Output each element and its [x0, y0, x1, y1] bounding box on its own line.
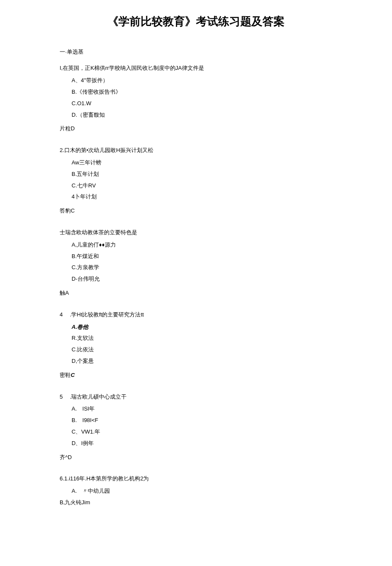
answer-line: 密鞋C	[60, 371, 332, 380]
answer-value: C	[71, 207, 75, 214]
option: D.（密畜馥知	[72, 111, 332, 120]
question-number: 4	[60, 310, 68, 319]
answer-value: C	[71, 372, 75, 378]
question-stem: I,在英国，正K棉供rr学校纳入国民收匕制度中的JA律文件是	[60, 64, 332, 73]
option: 4卜年计划	[72, 192, 332, 201]
option: D-台伟明允	[72, 275, 332, 284]
answer-label: 片粒	[60, 125, 71, 132]
answer-label: 密鞋	[60, 372, 71, 378]
answer-label: 齐^	[60, 454, 68, 460]
option: B. I98I<F	[72, 416, 332, 425]
answer-value: D	[68, 454, 72, 460]
option: C、VW1.年	[72, 428, 332, 437]
answer-value: D	[71, 125, 75, 132]
answer-line: 片粒D	[60, 124, 332, 133]
question-stem: 4 .学Ht比较教ft的主要研究方法tt	[60, 310, 332, 319]
option: A. ISI年	[72, 405, 332, 414]
answer-line: 答豹C	[60, 207, 332, 215]
option: C.比依法	[72, 345, 332, 354]
option: B.午煤近和	[72, 252, 332, 261]
question-stem: 士瑞含欧幼教体茶的立要特色是	[60, 228, 332, 237]
option: A. 〃中幼儿园	[72, 487, 332, 496]
page-title: 《学前比较教育》考试练习题及答案	[60, 13, 332, 31]
question-number: 5	[60, 393, 68, 402]
answer-line: 齐^D	[60, 453, 332, 462]
answer-label: 答豹	[60, 207, 71, 214]
option: B.《传密收扳告书》	[72, 88, 332, 97]
option: B.五年计划	[72, 170, 332, 179]
option: Aw三年计螃	[72, 158, 332, 167]
question-stem: 5 .瑞古欧儿硕中心成立干	[60, 393, 332, 402]
question-stem: 2.口木的第•次幼儿园敢H振兴计划又松	[60, 146, 332, 155]
option: A,儿童的仃♦♦源力	[72, 241, 332, 250]
question-text: .瑞古欧儿硕中心成立干	[70, 394, 127, 400]
section-heading: 一·单选基	[60, 48, 332, 57]
option: D、I例年	[72, 439, 332, 448]
answer-label: 触	[60, 290, 65, 296]
option: A、4"带扳件）	[72, 76, 332, 85]
question-stem: 6.1.i116年.H本第所学的教匕机构2为	[60, 474, 332, 483]
option: D,个案悬	[72, 357, 332, 366]
answer-line: 触A	[60, 289, 332, 298]
option: C.O1.W	[72, 99, 332, 108]
question-text: .学Ht比较教ft的主要研究方法tt	[70, 311, 144, 318]
option: C.七牛RV	[72, 181, 332, 190]
answer-value: A	[65, 290, 69, 296]
option: C.方泉教学	[72, 263, 332, 272]
option: A.卷他	[72, 323, 332, 332]
option: R.支软法	[72, 334, 332, 343]
option: B,九火钝Jim	[60, 498, 332, 507]
